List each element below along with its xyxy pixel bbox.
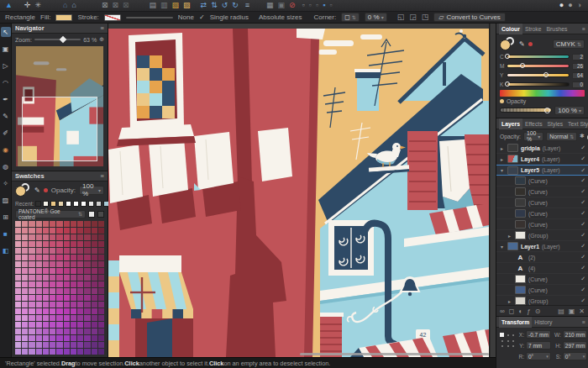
pantone-swatch[interactable] xyxy=(92,221,97,227)
recent-swatch[interactable] xyxy=(96,201,102,207)
add-layer-icon[interactable]: ▤ xyxy=(558,308,564,315)
edit-mask-icon[interactable]: ⊙ xyxy=(535,308,541,315)
pantone-swatch[interactable] xyxy=(64,349,70,355)
layers-opacity-dropdown[interactable]: 100 %▾ xyxy=(523,132,543,141)
pantone-swatch[interactable] xyxy=(77,248,83,254)
pantone-swatch[interactable] xyxy=(56,329,62,334)
palette-dropdown[interactable]: PANTONE® Goe coated⇅ xyxy=(15,210,86,218)
pantone-swatch[interactable] xyxy=(50,241,55,247)
slider-handle[interactable] xyxy=(505,54,510,59)
layer-row[interactable]: A(2)✓ xyxy=(496,252,588,263)
pantone-swatch[interactable] xyxy=(36,248,42,254)
tab-effects[interactable]: Effects xyxy=(522,118,545,129)
field-input[interactable]: 210 mm xyxy=(563,330,587,339)
pantone-swatch[interactable] xyxy=(50,302,55,308)
visibility-check-icon[interactable]: ✓ xyxy=(580,254,585,260)
field-input[interactable]: 0°▾ xyxy=(526,352,551,360)
pantone-swatch[interactable] xyxy=(64,335,70,341)
canvas-artwork[interactable]: 42 xyxy=(108,24,496,357)
zoom-reset-icon[interactable]: ⊕ xyxy=(99,36,104,43)
transparency-tool[interactable]: ◍ xyxy=(1,161,11,171)
split-view-icon[interactable]: ◑ xyxy=(577,0,581,11)
pantone-swatch[interactable] xyxy=(77,261,83,267)
preview-circle-icon[interactable]: ● xyxy=(559,0,564,11)
pantone-swatch[interactable] xyxy=(56,342,62,348)
tab-stroke[interactable]: Stroke xyxy=(522,24,544,34)
layer-row[interactable]: (Curve)✓ xyxy=(496,176,588,187)
pantone-swatch[interactable] xyxy=(92,342,97,348)
pantone-swatch[interactable] xyxy=(43,329,49,334)
field-input[interactable]: -0.7 mm xyxy=(526,330,551,339)
expander-icon[interactable]: ▸ xyxy=(507,298,512,304)
pantone-swatch[interactable] xyxy=(15,322,21,328)
opacity-value-field[interactable]: 100 %▾ xyxy=(554,106,585,115)
pantone-swatch[interactable] xyxy=(71,308,76,314)
slider-value[interactable]: 26 xyxy=(572,63,585,70)
single-radius-label[interactable]: Single radius xyxy=(210,13,249,21)
convert-to-curves-button[interactable]: ▱ Convert to Curves xyxy=(433,13,506,22)
rotate-cw-icon[interactable]: ↻ xyxy=(232,0,239,11)
order-front-icon[interactable]: ▥ xyxy=(160,0,168,11)
pantone-swatch[interactable] xyxy=(15,241,21,247)
add-group-icon[interactable]: ▣ xyxy=(569,308,575,315)
pantone-swatch[interactable] xyxy=(43,335,49,341)
pantone-swatch[interactable] xyxy=(56,322,62,328)
pantone-swatch[interactable] xyxy=(15,288,21,294)
rotate-ccw-icon[interactable]: ↺ xyxy=(222,0,228,11)
pantone-swatch[interactable] xyxy=(43,302,49,308)
insert-target-3-icon[interactable]: ▫ xyxy=(329,0,332,11)
recent-swatch[interactable] xyxy=(35,201,41,207)
stroke-swatch[interactable] xyxy=(104,14,121,21)
pantone-swatch[interactable] xyxy=(43,268,49,274)
corner-straight-icon[interactable]: ◱ xyxy=(397,12,405,23)
pantone-swatch[interactable] xyxy=(50,268,55,274)
pantone-swatch[interactable] xyxy=(22,241,28,247)
tab-history[interactable]: History xyxy=(532,317,554,328)
pantone-swatch[interactable] xyxy=(56,288,62,294)
pantone-swatch[interactable] xyxy=(92,295,97,301)
pantone-swatch[interactable] xyxy=(77,308,83,314)
pantone-swatch[interactable] xyxy=(15,221,21,227)
pantone-swatch[interactable] xyxy=(50,221,55,227)
pantone-swatch[interactable] xyxy=(98,228,104,234)
blend-mode-dropdown[interactable]: Normal⇅ xyxy=(546,132,577,141)
horizontal-scrollbar[interactable] xyxy=(300,353,489,355)
pantone-swatch[interactable] xyxy=(50,308,55,314)
pantone-swatch[interactable] xyxy=(84,241,90,247)
pantone-swatch[interactable] xyxy=(43,288,49,294)
insert-target-2-icon[interactable]: ▫ xyxy=(316,0,318,11)
slider-value[interactable]: 64 xyxy=(572,72,585,79)
pantone-swatch[interactable] xyxy=(77,349,83,355)
pantone-swatch[interactable] xyxy=(98,288,104,294)
pantone-swatch[interactable] xyxy=(56,295,62,301)
absolute-sizes-label[interactable]: Absolute sizes xyxy=(259,13,302,21)
pantone-swatch[interactable] xyxy=(84,275,90,281)
pantone-swatch[interactable] xyxy=(15,248,21,254)
stroke-width-slider[interactable] xyxy=(126,17,173,18)
layer-row[interactable]: (Curve)✓ xyxy=(496,219,588,230)
pantone-swatch[interactable] xyxy=(64,275,70,281)
pantone-swatch[interactable] xyxy=(71,228,76,234)
pantone-swatch[interactable] xyxy=(64,228,70,234)
pantone-swatch[interactable] xyxy=(36,295,42,301)
pantone-swatch[interactable] xyxy=(15,275,21,281)
pantone-swatch[interactable] xyxy=(22,234,28,240)
pantone-swatch[interactable] xyxy=(15,308,21,314)
field-input[interactable]: 0°▾ xyxy=(563,352,587,360)
pantone-swatch[interactable] xyxy=(43,349,49,355)
pantone-swatch[interactable] xyxy=(98,221,104,227)
pantone-swatch[interactable] xyxy=(77,288,83,294)
slider-track[interactable] xyxy=(507,55,570,59)
pantone-swatch[interactable] xyxy=(71,302,76,308)
insert-target-icon[interactable]: ▫ xyxy=(309,0,312,11)
pantone-swatch[interactable] xyxy=(77,241,83,247)
pantone-swatch[interactable] xyxy=(64,322,70,328)
pantone-swatch[interactable] xyxy=(43,241,49,247)
pantone-swatch[interactable] xyxy=(64,295,70,301)
pantone-swatch[interactable] xyxy=(71,315,76,321)
snap-manager-icon[interactable]: ▦ xyxy=(266,0,274,11)
brush-tool[interactable]: ✐ xyxy=(1,128,11,138)
pantone-swatch[interactable] xyxy=(22,349,28,355)
tab-brushes[interactable]: Brushes xyxy=(544,24,570,34)
slider-track[interactable] xyxy=(507,64,570,68)
